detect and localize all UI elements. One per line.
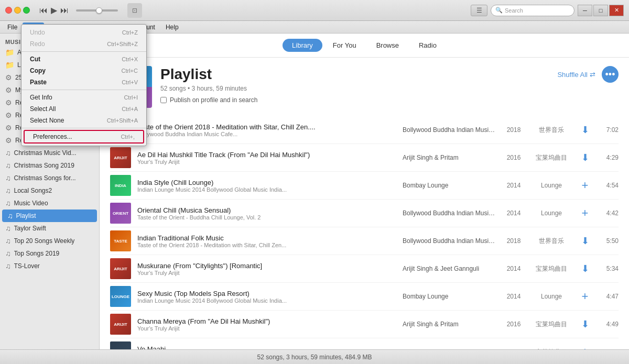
song-genre: 宝莱坞曲目 (530, 320, 572, 329)
sidebar-item-ts-lover[interactable]: ♫ TS-Lover (0, 260, 99, 272)
playlist-meta: 52 songs • 3 hours, 59 minutes (160, 85, 549, 92)
win-close[interactable]: ✕ (609, 5, 624, 16)
get-info-shortcut: Ctrl+I (124, 94, 138, 101)
song-action[interactable]: ⬇ (579, 152, 591, 163)
sidebar-item-top-20-songs[interactable]: ♫ Top 20 Songs Weekly (0, 235, 99, 247)
shuffle-all-button[interactable]: Shuffle All ⇄ (557, 71, 595, 79)
maximize-button[interactable] (23, 7, 30, 14)
volume-slider[interactable] (76, 9, 118, 12)
search-box[interactable]: 🔍 Search (491, 5, 574, 16)
song-year: 2018 (503, 237, 524, 245)
song-action[interactable]: ⬇ (579, 124, 591, 136)
song-duration: 3:44 (598, 348, 619, 349)
song-artist: Arijit Singh & Asees Kaur (403, 348, 497, 349)
song-name: Sexy Music (Top Models Spa Resort) (137, 290, 396, 297)
song-genre: 宝莱坞曲目 (530, 264, 572, 273)
download-icon[interactable]: ⬇ (581, 236, 589, 246)
publish-checkbox[interactable] (160, 97, 167, 103)
tab-browse[interactable]: Browse (367, 39, 408, 52)
sidebar-item-top-songs-2019[interactable]: ♫ Top Songs 2019 (0, 247, 99, 260)
win-controls: ─ □ ✕ (578, 5, 624, 16)
tab-for-you[interactable]: For You (323, 39, 366, 52)
cut-label: Cut (30, 56, 40, 63)
menu-file[interactable]: File (2, 23, 23, 32)
song-art: ORIENT (110, 203, 131, 224)
menu-select-all[interactable]: Select All Ctrl+A (21, 103, 146, 115)
song-row: INDIA India Style (Chill Lounge) Indian … (110, 172, 619, 200)
song-action[interactable]: ⬇ (579, 235, 591, 247)
tab-radio[interactable]: Radio (409, 39, 446, 52)
add-icon[interactable]: + (582, 290, 589, 303)
song-action[interactable]: + (579, 180, 591, 191)
sidebar-item-playlist[interactable]: ♫ Playlist (2, 209, 97, 222)
sidebar-item-music-video[interactable]: ♫ Music Video (0, 197, 99, 209)
song-action[interactable]: + (579, 207, 591, 219)
song-action[interactable]: + (579, 291, 591, 302)
win-restore[interactable]: □ (593, 5, 608, 16)
previous-button[interactable]: ⏮ (39, 6, 48, 15)
song-genre: 宝莱坞曲目 (530, 348, 572, 350)
download-icon[interactable]: ⬇ (581, 125, 589, 135)
publish-label: Publish on profile and in search (170, 96, 257, 104)
menu-help[interactable]: Help (160, 23, 184, 32)
playlist-title: Playlist (160, 66, 549, 83)
song-name: Oriental Chill (Musica Sensual) (137, 206, 396, 214)
title-bar-right: ☰ 🔍 Search ─ □ ✕ (471, 5, 624, 16)
song-action[interactable]: ⬇ (579, 318, 591, 330)
next-button[interactable]: ⏭ (60, 6, 69, 15)
song-year: 2014 (503, 182, 524, 189)
tab-library[interactable]: Library (283, 39, 322, 52)
song-name: Indian Traditional Folk Music (137, 234, 396, 242)
sidebar-item-christmas-songs-for[interactable]: ♫ Christmas Songs for... (0, 172, 99, 184)
song-name: Ae Dil Hai Mushkil Title Track (From "Ae… (137, 151, 396, 159)
song-action[interactable]: ⬇ (579, 263, 591, 274)
song-action[interactable]: + (579, 346, 591, 349)
sidebar-label-ts-lover: TS-Lover (14, 262, 40, 270)
folder-icon: 📁 (5, 48, 14, 57)
win-minimize[interactable]: ─ (578, 5, 592, 16)
add-icon[interactable]: + (582, 345, 589, 349)
close-button[interactable] (5, 7, 12, 14)
song-art-label: ARIJIT (113, 266, 128, 272)
sidebar-item-christmas-vid[interactable]: ♫ Christmas Music Vid... (0, 147, 99, 159)
song-duration: 5:50 (598, 237, 619, 245)
song-art: LOUNGE (110, 286, 131, 307)
sidebar-item-local-songs-2[interactable]: ♫ Local Songs2 (0, 184, 99, 197)
status-text: 52 songs, 3 hours, 59 minutes, 484.9 MB (257, 354, 372, 361)
song-name: India Style (Chill Lounge) (137, 179, 396, 186)
list-view-button[interactable]: ☰ (471, 5, 487, 16)
song-name: Ve Maahi (137, 345, 396, 350)
gear-icon-6: ⚙ (5, 136, 12, 145)
redo-label: Redo (30, 40, 45, 48)
undo-label: Undo (30, 29, 45, 36)
song-genre: Lounge (530, 182, 572, 189)
sidebar-item-taylor-swift[interactable]: ♫ Taylor Swift (0, 222, 99, 235)
menu-preferences[interactable]: Preferences... Ctrl+, (24, 130, 144, 144)
separator-2 (21, 90, 146, 90)
menu-copy[interactable]: Copy Ctrl+C (21, 65, 146, 76)
download-icon[interactable]: ⬇ (581, 263, 589, 274)
menu-cut[interactable]: Cut Ctrl+X (21, 53, 146, 65)
menu-paste[interactable]: Paste Ctrl+V (21, 76, 146, 88)
song-album: Your's Truly Arijit (137, 325, 396, 332)
status-bar: 52 songs, 3 hours, 59 minutes, 484.9 MB (0, 349, 629, 364)
song-art-label: ARIJIT (113, 321, 128, 328)
preferences-label: Preferences... (33, 133, 72, 140)
song-duration: 4:42 (598, 209, 619, 217)
menu-get-info[interactable]: Get Info Ctrl+I (21, 92, 146, 103)
menu-undo[interactable]: Undo Ctrl+Z (21, 27, 146, 38)
song-album: Your's Truly Arijit (137, 159, 396, 165)
airplay-button[interactable]: ⊡ (127, 3, 142, 18)
play-button[interactable]: ▶ (51, 5, 57, 15)
add-icon[interactable]: + (582, 179, 589, 192)
minimize-button[interactable] (14, 7, 21, 14)
menu-redo[interactable]: Redo Ctrl+Shift+Z (21, 38, 146, 50)
more-options-button[interactable]: ••• (602, 66, 619, 83)
download-icon[interactable]: ⬇ (581, 152, 589, 163)
menu-select-none[interactable]: Select None Ctrl+Shift+A (21, 115, 146, 126)
sidebar-item-christmas-song-2019[interactable]: ♫ Christmas Song 2019 (0, 159, 99, 172)
song-details: Sexy Music (Top Models Spa Resort) India… (137, 290, 396, 304)
add-icon[interactable]: + (582, 206, 589, 219)
download-icon[interactable]: ⬇ (581, 319, 589, 329)
song-art-label: TASTE (113, 238, 128, 245)
